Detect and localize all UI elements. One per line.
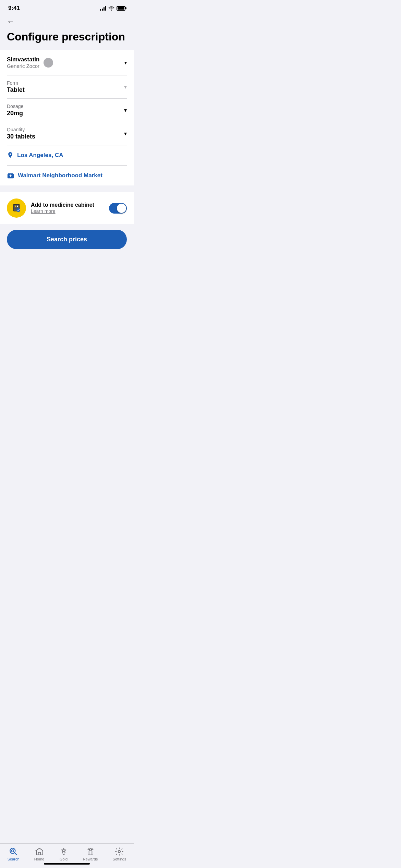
- search-prices-button[interactable]: Search prices: [7, 230, 127, 249]
- page-title: Configure prescription: [7, 30, 127, 43]
- svg-rect-1: [14, 205, 20, 208]
- status-icons: [100, 6, 125, 11]
- prescription-section: Simvastatin Generic Zocor ▾ Form Tablet …: [0, 50, 134, 185]
- status-time: 9:41: [8, 5, 20, 12]
- pharmacy-icon: [7, 172, 14, 179]
- back-arrow-icon: ←: [7, 17, 14, 26]
- divider-6: [0, 224, 134, 224]
- medicine-cabinet-text: Add to medicine cabinet Learn more: [31, 202, 104, 214]
- pharmacy-text: Walmart Neighborhood Market: [18, 172, 102, 179]
- signal-icon: [100, 6, 106, 11]
- status-bar: 9:41: [0, 0, 134, 14]
- page-title-section: Configure prescription: [0, 27, 134, 50]
- pill-icon: [44, 58, 53, 68]
- prescription-row[interactable]: Simvastatin Generic Zocor ▾: [0, 50, 134, 75]
- dosage-select-row[interactable]: Dosage 20mg ▾: [0, 99, 134, 122]
- prescription-info: Simvastatin Generic Zocor: [7, 56, 53, 69]
- toggle-thumb: [117, 204, 126, 213]
- form-value: Tablet: [7, 86, 25, 94]
- section-gap: [0, 185, 134, 189]
- back-button[interactable]: ←: [0, 14, 134, 27]
- dosage-label: Dosage: [7, 104, 23, 109]
- medicine-cabinet-icon: [11, 203, 22, 213]
- quantity-label: Quantity: [7, 127, 35, 132]
- quantity-chevron-icon: ▾: [124, 130, 127, 137]
- dosage-chevron-icon: ▾: [124, 107, 127, 113]
- learn-more-link[interactable]: Learn more: [31, 208, 56, 214]
- medicine-cabinet-icon-wrap: [7, 198, 26, 218]
- dosage-value: 20mg: [7, 110, 23, 117]
- medicine-cabinet-title: Add to medicine cabinet: [31, 202, 104, 208]
- quantity-value: 30 tablets: [7, 133, 35, 140]
- form-label: Form: [7, 80, 25, 86]
- svg-point-5: [17, 206, 18, 207]
- location-icon: [7, 152, 14, 159]
- medicine-cabinet-section: Add to medicine cabinet Learn more: [0, 192, 134, 224]
- wifi-icon: [108, 6, 114, 11]
- svg-point-4: [15, 206, 16, 207]
- location-text: Los Angeles, CA: [17, 152, 63, 159]
- form-chevron-icon: ▾: [124, 84, 127, 90]
- prescription-generic: Generic Zocor: [7, 63, 39, 69]
- prescription-name: Simvastatin: [7, 56, 39, 63]
- quantity-select-row[interactable]: Quantity 30 tablets ▾: [0, 122, 134, 145]
- location-row[interactable]: Los Angeles, CA: [0, 145, 134, 165]
- form-select-row[interactable]: Form Tablet ▾: [0, 75, 134, 98]
- pharmacy-row[interactable]: Walmart Neighborhood Market: [0, 166, 134, 185]
- medicine-cabinet-toggle[interactable]: [109, 203, 127, 214]
- battery-icon: [117, 6, 125, 11]
- prescription-chevron-icon: ▾: [124, 60, 127, 65]
